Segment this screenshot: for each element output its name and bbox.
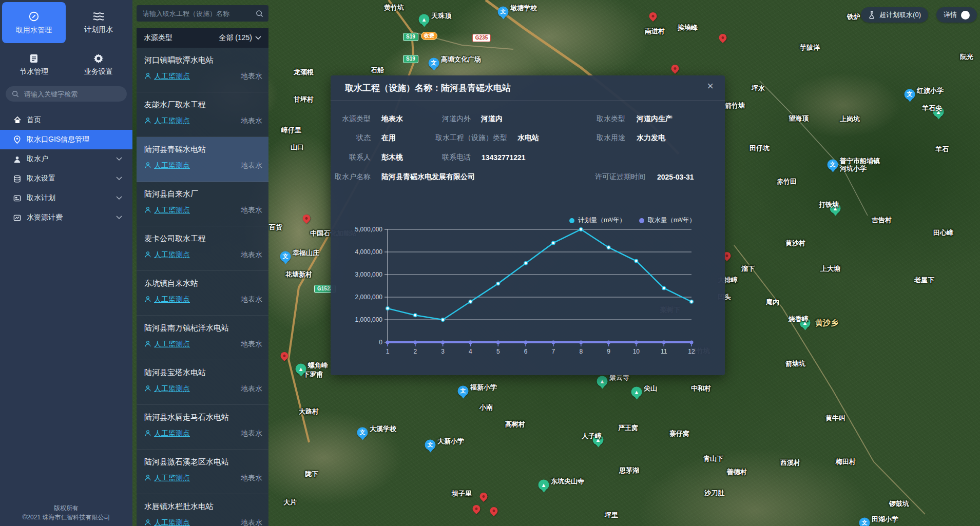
map-label: 西溪村: [780, 459, 800, 467]
station-list-item[interactable]: 陆河县宝塔水电站人工监测点地表水: [137, 360, 268, 405]
x-axis-label: 6: [524, 348, 528, 355]
manual-monitor-link[interactable]: 人工监测点: [144, 206, 190, 215]
station-list-item[interactable]: 水唇镇水栏肚水电站人工监测点地表水: [137, 494, 268, 526]
map-marker-green[interactable]: ▲天珠顶: [424, 21, 435, 31]
manual-monitor-label: 人工监测点: [154, 72, 190, 81]
map-marker-blue[interactable]: 文普宁市船埔镇 河坑小学: [833, 166, 843, 177]
map-label: 羊石: [935, 146, 949, 153]
manual-monitor-label: 人工监测点: [154, 116, 190, 126]
map-marker-blue[interactable]: 文田湖小学: [864, 524, 875, 526]
search-icon[interactable]: [256, 10, 263, 17]
waves-icon: [92, 11, 105, 22]
water-source-type: 地表水: [241, 429, 262, 438]
map-label: 中和村: [691, 385, 711, 393]
map-marker-green[interactable]: ▲人子嶂: [598, 441, 609, 452]
sidebar-item-1[interactable]: 首页: [0, 110, 132, 130]
manual-monitor-link[interactable]: 人工监测点: [144, 429, 190, 438]
map-marker-green[interactable]: ▲羊石尖: [938, 113, 949, 124]
station-list-item[interactable]: 友能水厂取水工程人工监测点地表水: [137, 92, 268, 137]
planned-point: [496, 282, 499, 285]
marker-label: 天珠顶: [431, 12, 451, 20]
station-list-item[interactable]: 陆河县自来水厂人工监测点地表水: [137, 182, 268, 226]
planned-point: [690, 300, 693, 303]
filter-dropdown[interactable]: 全部 (125): [219, 33, 261, 43]
manual-monitor-link[interactable]: 人工监测点: [144, 384, 190, 394]
module-tile-2[interactable]: 计划用水: [67, 2, 130, 43]
station-list-item[interactable]: 陆河县水唇走马石水电站人工监测点地表水: [137, 405, 268, 450]
map-label: 甘坪村: [294, 96, 314, 104]
station-list-body: 水源类型 全部 (125) 河口镇唱歌潭水电站人工监测点地表水友能水厂取水工程人…: [137, 28, 268, 526]
manual-monitor-link[interactable]: 人工监测点: [144, 340, 190, 349]
map-marker-blue[interactable]: 文大溪学校: [362, 434, 373, 444]
water-source-type: 地表水: [241, 116, 262, 126]
manual-monitor-label: 人工监测点: [154, 518, 190, 526]
sidebar-item-5[interactable]: 取水计划: [0, 188, 132, 208]
manual-monitor-link[interactable]: 人工监测点: [144, 474, 190, 483]
map-marker-blue[interactable]: 文红旗小学: [910, 95, 920, 106]
manual-monitor-link[interactable]: 人工监测点: [144, 72, 190, 81]
map-label: 龙颈根: [294, 69, 314, 76]
field-value: 2025-03-31: [657, 173, 694, 181]
x-axis-label: 2: [413, 348, 417, 355]
manual-monitor-link[interactable]: 人工监测点: [144, 295, 190, 304]
school-icon: 文: [425, 439, 436, 450]
detail-toggle[interactable]: 详情: [936, 7, 977, 23]
field-value: 陆河县青磘水电发展有限公司: [381, 172, 475, 182]
map-marker-blue[interactable]: 文大新小学: [430, 446, 441, 457]
over-plan-intake-button[interactable]: 超计划取水(0): [861, 7, 928, 23]
marker-label: 聚云寺: [609, 374, 629, 382]
module-tile-1[interactable]: 取用水管理: [2, 2, 66, 43]
person-icon: [144, 296, 151, 304]
station-list-item[interactable]: 陆河县南万镇杞洋水电站人工监测点地表水: [137, 316, 268, 360]
station-list-item[interactable]: 陆河县青磘水电站人工监测点地表水: [137, 137, 268, 182]
water-source-type: 地表水: [241, 474, 262, 483]
close-icon[interactable]: ×: [707, 81, 714, 92]
keyword-search-input[interactable]: [23, 90, 121, 99]
station-search-input[interactable]: [142, 9, 253, 18]
copyright-line2: ©2021 珠海市仁智科技有限公司: [0, 513, 132, 522]
map-marker-green[interactable]: ▲东坑尖山寺: [544, 486, 554, 497]
station-name: 东坑镇自来水站: [144, 279, 198, 288]
field-label: 河道内外: [442, 114, 471, 124]
station-list-item[interactable]: 陆河县激石溪老区水电站人工监测点地表水: [137, 450, 268, 494]
map-marker-green[interactable]: ▲聚云寺: [602, 382, 613, 393]
module-tile-label: 取用水管理: [16, 26, 52, 35]
map-marker-blue[interactable]: 文幸福山庄: [285, 258, 296, 268]
app-window: 黄竹坑石船龙颈根甘坪村嶂仔里山口铁炉南进村挨墝峰芋陂洋阮光坪水箭竹塘望海顶上岗坑…: [0, 0, 980, 526]
module-tile-4[interactable]: 业务设置: [67, 44, 130, 85]
map-marker-blue[interactable]: 文福新小学: [463, 392, 474, 403]
map-marker-blue[interactable]: 文墩塘学校: [503, 13, 514, 24]
map-label: 坝子里: [452, 490, 472, 498]
planned-point: [635, 259, 638, 262]
station-sub-row: 人工监测点地表水: [144, 250, 262, 260]
sidebar-item-6[interactable]: 水资源计费: [0, 208, 132, 227]
map-label: 黄竹坑: [384, 4, 404, 12]
legend-item-1[interactable]: 计划量（m³/年）: [569, 216, 626, 225]
sidebar-item-3[interactable]: 取水户: [0, 149, 132, 169]
map-marker-blue[interactable]: 文高塘文化广场: [434, 64, 445, 75]
station-list-item[interactable]: 河口镇唱歌潭水电站人工监测点地表水: [137, 48, 268, 92]
map-marker-green[interactable]: ▲尖山: [637, 393, 647, 404]
map-label: 锣鼓坑: [889, 500, 909, 508]
sidebar-item-2[interactable]: 取水口GIS信息管理: [0, 130, 132, 149]
module-tile-3[interactable]: 节水管理: [2, 44, 66, 85]
manual-monitor-link[interactable]: 人工监测点: [144, 250, 190, 260]
station-sub-row: 人工监测点地表水: [144, 518, 262, 526]
manual-monitor-link[interactable]: 人工监测点: [144, 161, 190, 170]
module-tile-label: 业务设置: [84, 67, 113, 76]
map-marker-green[interactable]: ▲打铁塘: [835, 209, 846, 220]
manual-monitor-link[interactable]: 人工监测点: [144, 116, 190, 126]
manual-monitor-link[interactable]: 人工监测点: [144, 518, 190, 526]
sidebar-item-4[interactable]: 取水设置: [0, 169, 132, 188]
legend-item-2[interactable]: 取水量（m³/年）: [639, 216, 696, 225]
map-marker-green[interactable]: ▲烧香嶂: [805, 324, 816, 335]
map-marker-green[interactable]: ▲螺角峰: [301, 370, 312, 381]
water-source-type: 地表水: [241, 340, 262, 349]
marker-label: 尖山: [644, 385, 657, 393]
station-list-item[interactable]: 麦卡公司取水工程人工监测点地表水: [137, 226, 268, 271]
station-sub-row: 人工监测点地表水: [144, 72, 262, 81]
keyword-search-box[interactable]: [6, 86, 127, 102]
station-search-box[interactable]: [137, 5, 268, 22]
toggle-knob[interactable]: [961, 11, 970, 20]
station-list-item[interactable]: 东坑镇自来水站人工监测点地表水: [137, 271, 268, 316]
